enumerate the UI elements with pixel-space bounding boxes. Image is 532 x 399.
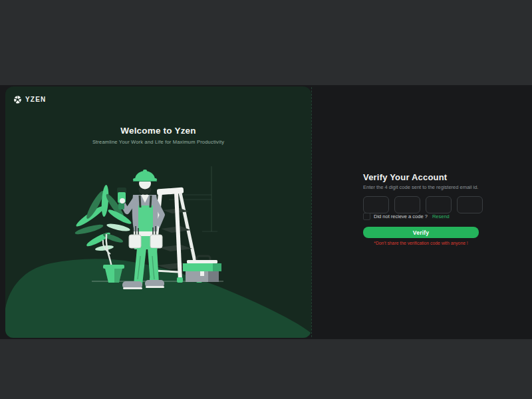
resend-checkbox[interactable] [363, 213, 370, 220]
otp-input-3[interactable] [426, 196, 452, 213]
welcome-panel: YZEN Welcome to Yzen Streamline Your Wor… [5, 86, 311, 338]
verify-instruction: Enter the 4 digit code sent to the regis… [363, 184, 478, 190]
toolbox-icon [183, 256, 221, 282]
welcome-subheading: Streamline Your Work and Life for Maximu… [5, 139, 311, 145]
welcome-heading: Welcome to Yzen [5, 126, 311, 136]
panel-edge-divider [311, 87, 312, 337]
verify-warning: *Don't share the verification code with … [363, 241, 479, 245]
resend-prompt: Did not recieve a code ? [374, 213, 428, 219]
verify-button[interactable]: Verify [363, 227, 479, 238]
brand-logo: YZEN [13, 95, 46, 104]
otp-input-group [363, 196, 483, 213]
resend-row: Did not recieve a code ? Resend [363, 213, 450, 220]
otp-input-1[interactable] [363, 196, 389, 213]
shutter-swirl-icon [13, 95, 22, 104]
page: { "window": { "page_bg": "#2b2d2f", "str… [0, 0, 532, 399]
otp-input-4[interactable] [457, 196, 483, 213]
handyman-illustration [5, 86, 311, 338]
brand-name: YZEN [25, 96, 46, 103]
otp-input-2[interactable] [394, 196, 420, 213]
resend-link[interactable]: Resend [432, 213, 450, 219]
verify-title: Verify Your Account [363, 172, 447, 182]
